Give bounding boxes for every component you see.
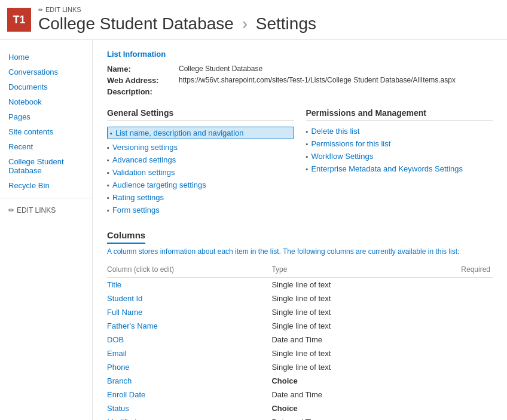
col-type-cell: Single line of text [271,278,418,292]
general-settings-link-1[interactable]: ▪ Versioning settings [107,143,294,152]
edit-links-label[interactable]: EDIT LINKS [45,6,81,13]
col-required-cell [418,388,493,401]
general-settings-link-label-6[interactable]: Form settings [112,206,160,214]
col-header-type: Type [271,264,418,278]
permissions-col: Permissions and Management ▪ Delete this… [306,108,493,218]
general-settings-link-3[interactable]: ▪ Validation settings [107,168,294,177]
sidebar-item-recent[interactable]: Recent [0,139,92,154]
col-type-cell: Single line of text [271,347,418,360]
col-required-cell [418,401,493,415]
table-row: EmailSingle line of text [107,347,493,360]
general-settings-link-2[interactable]: ▪ Advanced settings [107,155,294,164]
sidebar-item-pages[interactable]: Pages [0,109,92,124]
sidebar-item-conversations[interactable]: Conversations [0,65,92,79]
col-header-required: Required [418,264,493,278]
col-required-cell [418,319,493,333]
col-required-cell [418,305,493,319]
sidebar-item-home[interactable]: Home [0,50,92,65]
col-required-cell [418,347,493,360]
col-name-cell[interactable]: Enroll Date [107,388,271,401]
columns-section: Columns A column stores information abou… [107,230,493,420]
sidebar-edit-links-label[interactable]: EDIT LINKS [17,206,56,214]
sidebar-divider [0,198,92,198]
col-required-cell [418,360,493,374]
description-label: Description: [107,87,179,96]
list-info-description-row: Description: [107,87,493,96]
col-name-cell[interactable]: Full Name [107,305,271,319]
col-type-cell: Date and Time [271,388,418,401]
general-settings-link-label-1[interactable]: Versioning settings [112,143,178,152]
col-name-cell[interactable]: Branch [107,374,271,388]
col-name-cell[interactable]: DOB [107,333,271,347]
table-row: Enroll DateDate and Time [107,388,493,401]
permissions-link-label-3[interactable]: Enterprise Metadata and Keywords Setting… [311,164,463,173]
edit-links-top[interactable]: ✏ EDIT LINKS [38,6,316,13]
web-address-value: https://w56vt.sharepoint.com/sites/Test-… [179,76,456,85]
sidebar-item-recycle-bin[interactable]: Recycle Bin [0,178,92,193]
general-settings-link-label-0[interactable]: List name, description and navigation [115,128,244,137]
columns-table: Column (click to edit) Type Required Tit… [107,264,493,420]
bullet-icon-1: ▪ [107,144,109,151]
permissions-link-label-1[interactable]: Permissions for this list [311,139,390,148]
app-logo: T1 [7,8,31,32]
col-required-cell [418,333,493,347]
sidebar-edit-links[interactable]: ✏ EDIT LINKS [0,203,92,217]
sidebar-item-notebook[interactable]: Notebook [0,94,92,109]
col-name-cell[interactable]: Modified [107,415,271,420]
table-row: StatusChoice [107,401,493,415]
breadcrumb-sub: Settings [256,14,316,33]
sidebar-item-college-student-database[interactable]: College Student Database [0,154,92,178]
breadcrumb-separator: › [242,14,248,33]
sidebar-item-documents[interactable]: Documents [0,79,92,94]
table-row: Full NameSingle line of text [107,305,493,319]
general-settings-link-6[interactable]: ▪ Form settings [107,206,294,214]
table-row: ModifiedDate and Time [107,415,493,420]
col-name-cell[interactable]: Title [107,278,271,292]
bullet-icon-4: ▪ [107,182,109,189]
col-name-cell[interactable]: Father's Name [107,319,271,333]
general-settings-link-5[interactable]: ▪ Rating settings [107,193,294,202]
columns-desc-text: A column stores information about each i… [107,247,459,256]
general-settings-link-0[interactable]: ▪ List name, description and navigation [107,127,294,139]
list-info-table: Name: College Student Database Web Addre… [107,65,493,96]
permissions-link-0[interactable]: ▪ Delete this list [306,127,493,136]
col-name-cell[interactable]: Status [107,401,271,415]
col-name-cell[interactable]: Email [107,347,271,360]
table-row: PhoneSingle line of text [107,360,493,374]
permissions-heading: Permissions and Management [306,108,493,121]
header-title-area: ✏ EDIT LINKS College Student Database › … [38,6,316,33]
sidebar-item-site-contents[interactable]: Site contents [0,124,92,139]
general-settings-link-label-4[interactable]: Audience targeting settings [112,180,206,189]
perm-bullet-3: ▪ [306,165,309,173]
permissions-link-label-2[interactable]: Workflow Settings [311,152,373,161]
perm-bullet-0: ▪ [306,128,309,135]
perm-bullet-1: ▪ [306,140,309,148]
col-name-cell[interactable]: Student Id [107,292,271,305]
name-label: Name: [107,65,179,73]
bullet-icon-0: ▪ [110,130,112,137]
general-settings-link-4[interactable]: ▪ Audience targeting settings [107,180,294,189]
sidebar: Home Conversations Documents Notebook Pa… [0,40,93,420]
col-name-cell[interactable]: Phone [107,360,271,374]
bullet-icon-5: ▪ [107,194,109,201]
list-information-title: List Information [107,50,493,59]
columns-heading: Columns [107,230,145,244]
perm-bullet-2: ▪ [306,153,309,160]
general-settings-heading: General Settings [107,108,294,121]
permissions-link-label-0[interactable]: Delete this list [311,127,359,136]
col-required-cell [418,374,493,388]
permissions-link-2[interactable]: ▪ Workflow Settings [306,152,493,161]
pencil-icon: ✏ [38,7,43,13]
columns-table-header-row: Column (click to edit) Type Required [107,264,493,278]
table-row: DOBDate and Time [107,333,493,347]
table-row: BranchChoice [107,374,493,388]
general-settings-link-label-2[interactable]: Advanced settings [112,155,176,164]
content: List Information Name: College Student D… [93,40,507,420]
general-settings-link-label-3[interactable]: Validation settings [112,168,175,177]
permissions-link-1[interactable]: ▪ Permissions for this list [306,139,493,148]
col-required-cell [418,415,493,420]
col-type-cell: Date and Time [271,415,418,420]
general-settings-link-label-5[interactable]: Rating settings [112,193,164,202]
bullet-icon-6: ▪ [107,207,109,214]
permissions-link-3[interactable]: ▪ Enterprise Metadata and Keywords Setti… [306,164,493,173]
